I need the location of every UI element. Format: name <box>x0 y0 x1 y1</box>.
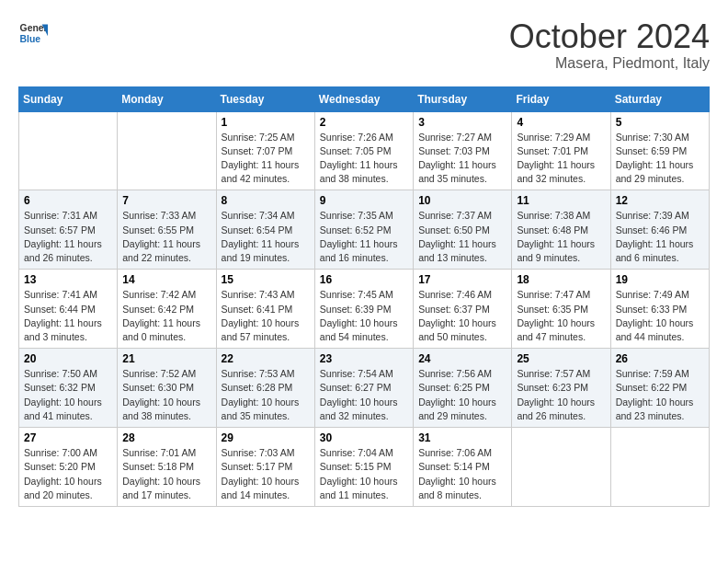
day-number: 17 <box>418 273 506 286</box>
day-detail: Sunrise: 7:49 AM Sunset: 6:33 PM Dayligh… <box>616 288 704 344</box>
day-number: 11 <box>517 194 605 207</box>
day-number: 7 <box>122 194 210 207</box>
day-number: 5 <box>616 116 704 129</box>
day-detail: Sunrise: 7:34 AM Sunset: 6:54 PM Dayligh… <box>222 209 310 265</box>
day-number: 29 <box>222 431 310 444</box>
day-number: 20 <box>24 352 112 365</box>
calendar-cell: 15Sunrise: 7:43 AM Sunset: 6:41 PM Dayli… <box>216 270 314 349</box>
header-day-sunday: Sunday <box>19 86 118 111</box>
day-number: 26 <box>616 352 704 365</box>
calendar-cell: 5Sunrise: 7:30 AM Sunset: 6:59 PM Daylig… <box>610 111 709 190</box>
header-day-saturday: Saturday <box>610 86 709 111</box>
day-detail: Sunrise: 7:54 AM Sunset: 6:27 PM Dayligh… <box>320 367 408 423</box>
location-subtitle: Masera, Piedmont, Italy <box>509 55 710 72</box>
calendar-cell <box>19 111 118 190</box>
day-detail: Sunrise: 7:38 AM Sunset: 6:48 PM Dayligh… <box>517 209 605 265</box>
calendar-cell: 10Sunrise: 7:37 AM Sunset: 6:50 PM Dayli… <box>414 190 512 270</box>
day-number: 8 <box>222 194 310 207</box>
day-number: 4 <box>517 116 605 129</box>
day-detail: Sunrise: 7:01 AM Sunset: 5:18 PM Dayligh… <box>122 446 210 502</box>
week-row-4: 20Sunrise: 7:50 AM Sunset: 6:32 PM Dayli… <box>19 349 710 428</box>
calendar-cell: 7Sunrise: 7:33 AM Sunset: 6:55 PM Daylig… <box>118 190 216 270</box>
day-detail: Sunrise: 7:57 AM Sunset: 6:23 PM Dayligh… <box>517 367 605 423</box>
page-header: General Blue October 2024 Masera, Piedmo… <box>18 18 710 72</box>
calendar-cell: 17Sunrise: 7:46 AM Sunset: 6:37 PM Dayli… <box>414 270 512 349</box>
calendar-cell: 9Sunrise: 7:35 AM Sunset: 6:52 PM Daylig… <box>314 190 413 270</box>
calendar-cell: 20Sunrise: 7:50 AM Sunset: 6:32 PM Dayli… <box>19 349 118 428</box>
day-number: 28 <box>122 431 210 444</box>
calendar-cell <box>512 428 610 507</box>
header-day-thursday: Thursday <box>414 86 512 111</box>
day-detail: Sunrise: 7:26 AM Sunset: 7:05 PM Dayligh… <box>320 131 408 187</box>
day-number: 23 <box>320 352 408 365</box>
day-detail: Sunrise: 7:53 AM Sunset: 6:28 PM Dayligh… <box>222 367 310 423</box>
day-number: 13 <box>24 273 112 286</box>
calendar-cell: 2Sunrise: 7:26 AM Sunset: 7:05 PM Daylig… <box>314 111 413 190</box>
day-detail: Sunrise: 7:37 AM Sunset: 6:50 PM Dayligh… <box>418 209 506 265</box>
day-detail: Sunrise: 7:42 AM Sunset: 6:42 PM Dayligh… <box>122 288 210 344</box>
logo: General Blue <box>18 18 48 48</box>
day-detail: Sunrise: 7:43 AM Sunset: 6:41 PM Dayligh… <box>222 288 310 344</box>
day-detail: Sunrise: 7:56 AM Sunset: 6:25 PM Dayligh… <box>418 367 506 423</box>
calendar-cell: 13Sunrise: 7:41 AM Sunset: 6:44 PM Dayli… <box>19 270 118 349</box>
day-number: 12 <box>616 194 704 207</box>
calendar-table: SundayMondayTuesdayWednesdayThursdayFrid… <box>18 86 710 507</box>
header-day-tuesday: Tuesday <box>216 86 314 111</box>
day-detail: Sunrise: 7:33 AM Sunset: 6:55 PM Dayligh… <box>122 209 210 265</box>
calendar-cell: 12Sunrise: 7:39 AM Sunset: 6:46 PM Dayli… <box>610 190 709 270</box>
calendar-cell: 28Sunrise: 7:01 AM Sunset: 5:18 PM Dayli… <box>118 428 216 507</box>
day-number: 14 <box>122 273 210 286</box>
day-detail: Sunrise: 7:25 AM Sunset: 7:07 PM Dayligh… <box>222 131 310 187</box>
day-number: 3 <box>418 116 506 129</box>
day-number: 9 <box>320 194 408 207</box>
day-detail: Sunrise: 7:31 AM Sunset: 6:57 PM Dayligh… <box>24 209 112 265</box>
calendar-cell: 30Sunrise: 7:04 AM Sunset: 5:15 PM Dayli… <box>314 428 413 507</box>
calendar-cell: 8Sunrise: 7:34 AM Sunset: 6:54 PM Daylig… <box>216 190 314 270</box>
calendar-cell: 25Sunrise: 7:57 AM Sunset: 6:23 PM Dayli… <box>512 349 610 428</box>
day-number: 6 <box>24 194 112 207</box>
calendar-cell: 16Sunrise: 7:45 AM Sunset: 6:39 PM Dayli… <box>314 270 413 349</box>
calendar-cell: 22Sunrise: 7:53 AM Sunset: 6:28 PM Dayli… <box>216 349 314 428</box>
calendar-cell <box>118 111 216 190</box>
day-detail: Sunrise: 7:03 AM Sunset: 5:17 PM Dayligh… <box>222 446 310 502</box>
day-number: 27 <box>24 431 112 444</box>
header-day-wednesday: Wednesday <box>314 86 413 111</box>
header-day-friday: Friday <box>512 86 610 111</box>
day-detail: Sunrise: 7:39 AM Sunset: 6:46 PM Dayligh… <box>616 209 704 265</box>
calendar-cell: 26Sunrise: 7:59 AM Sunset: 6:22 PM Dayli… <box>610 349 709 428</box>
day-number: 10 <box>418 194 506 207</box>
calendar-cell: 31Sunrise: 7:06 AM Sunset: 5:14 PM Dayli… <box>414 428 512 507</box>
calendar-cell: 19Sunrise: 7:49 AM Sunset: 6:33 PM Dayli… <box>610 270 709 349</box>
calendar-cell: 1Sunrise: 7:25 AM Sunset: 7:07 PM Daylig… <box>216 111 314 190</box>
calendar-cell: 6Sunrise: 7:31 AM Sunset: 6:57 PM Daylig… <box>19 190 118 270</box>
day-detail: Sunrise: 7:50 AM Sunset: 6:32 PM Dayligh… <box>24 367 112 423</box>
day-detail: Sunrise: 7:29 AM Sunset: 7:01 PM Dayligh… <box>517 131 605 187</box>
day-number: 15 <box>222 273 310 286</box>
day-detail: Sunrise: 7:45 AM Sunset: 6:39 PM Dayligh… <box>320 288 408 344</box>
day-number: 1 <box>222 116 310 129</box>
day-number: 22 <box>222 352 310 365</box>
calendar-cell: 23Sunrise: 7:54 AM Sunset: 6:27 PM Dayli… <box>314 349 413 428</box>
day-detail: Sunrise: 7:47 AM Sunset: 6:35 PM Dayligh… <box>517 288 605 344</box>
day-detail: Sunrise: 7:30 AM Sunset: 6:59 PM Dayligh… <box>616 131 704 187</box>
logo-icon: General Blue <box>18 18 48 48</box>
calendar-cell: 27Sunrise: 7:00 AM Sunset: 5:20 PM Dayli… <box>19 428 118 507</box>
calendar-cell: 24Sunrise: 7:56 AM Sunset: 6:25 PM Dayli… <box>414 349 512 428</box>
week-row-2: 6Sunrise: 7:31 AM Sunset: 6:57 PM Daylig… <box>19 190 710 270</box>
calendar-cell: 29Sunrise: 7:03 AM Sunset: 5:17 PM Dayli… <box>216 428 314 507</box>
week-row-1: 1Sunrise: 7:25 AM Sunset: 7:07 PM Daylig… <box>19 111 710 190</box>
day-number: 24 <box>418 352 506 365</box>
header-day-monday: Monday <box>118 86 216 111</box>
title-block: October 2024 Masera, Piedmont, Italy <box>509 18 710 72</box>
day-detail: Sunrise: 7:00 AM Sunset: 5:20 PM Dayligh… <box>24 446 112 502</box>
calendar-cell: 3Sunrise: 7:27 AM Sunset: 7:03 PM Daylig… <box>414 111 512 190</box>
week-row-3: 13Sunrise: 7:41 AM Sunset: 6:44 PM Dayli… <box>19 270 710 349</box>
calendar-cell: 4Sunrise: 7:29 AM Sunset: 7:01 PM Daylig… <box>512 111 610 190</box>
day-detail: Sunrise: 7:46 AM Sunset: 6:37 PM Dayligh… <box>418 288 506 344</box>
month-title: October 2024 <box>509 18 710 55</box>
day-number: 30 <box>320 431 408 444</box>
header-row: SundayMondayTuesdayWednesdayThursdayFrid… <box>19 86 710 111</box>
day-detail: Sunrise: 7:52 AM Sunset: 6:30 PM Dayligh… <box>122 367 210 423</box>
svg-text:Blue: Blue <box>20 34 41 44</box>
day-number: 21 <box>122 352 210 365</box>
